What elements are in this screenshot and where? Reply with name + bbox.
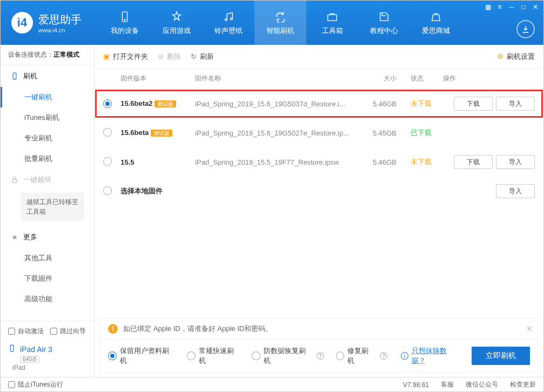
customer-service-link[interactable]: 客服 <box>441 380 454 389</box>
lock-icon <box>10 175 19 184</box>
appleid-warning-text: 如已绑定 Apple ID，请准备好 Apple ID和密码。 <box>123 324 272 334</box>
row-filename: iPad_Spring_2019_15.5_19F77_Restore.ipsw <box>195 158 349 166</box>
firmware-row[interactable]: 15.6beta测试版iPad_Spring_2019_15.6_19G5027… <box>95 118 543 147</box>
status-bar: 阻止iTunes运行 V7.98.61 客服 微信公众号 检查更新 <box>1 377 543 392</box>
sidebar-group-flash[interactable]: 刷机 <box>1 65 94 87</box>
nav-tab-6[interactable]: 爱思商城 <box>410 1 462 45</box>
jailbreak-moved-notice: 越狱工具已转移至工具箱 <box>21 193 84 221</box>
firmware-row[interactable]: 15.6beta2测试版iPad_Spring_2019_15.6_19G503… <box>95 89 543 118</box>
row-radio[interactable] <box>103 128 112 137</box>
flash-icon <box>10 72 19 80</box>
refresh-icon: ↻ <box>191 52 197 60</box>
beta-badge: 测试版 <box>155 100 176 107</box>
nav-tab-label: 我的设备 <box>111 26 139 36</box>
flash-mode-keepdata[interactable]: 保留用户资料刷机 <box>108 346 175 366</box>
delete-label: 删除 <box>167 52 181 62</box>
help-icon[interactable]: ? <box>380 352 387 360</box>
nav-tab-3[interactable]: 智能刷机 <box>254 1 306 45</box>
flash-settings-button[interactable]: ⚙刷机设置 <box>497 52 535 62</box>
firmware-row[interactable]: 选择本地固件导入 <box>95 177 543 206</box>
firmware-table: 15.6beta2测试版iPad_Spring_2019_15.6_19G503… <box>95 89 543 206</box>
sidebar-item[interactable]: 一键刷机 <box>1 87 94 107</box>
row-radio[interactable] <box>103 157 112 166</box>
wechat-link[interactable]: 微信公众号 <box>466 380 498 389</box>
nav-tab-1[interactable]: 应用游戏 <box>151 1 203 45</box>
col-status: 状态 <box>401 74 439 83</box>
download-button[interactable]: 下载 <box>454 155 493 169</box>
sidebar: 设备连接状态：正常模式 刷机 一键刷机iTunes刷机专业刷机批量刷机 一键越狱… <box>1 45 95 377</box>
start-flash-button[interactable]: 立即刷机 <box>472 347 530 365</box>
nav-tab-label: 教程中心 <box>370 26 398 36</box>
import-button[interactable]: 导入 <box>496 97 535 111</box>
window-grid-icon[interactable]: ▦ <box>483 3 493 11</box>
refresh-button[interactable]: ↻刷新 <box>191 52 214 62</box>
sidebar-group-more[interactable]: ≡ 更多 <box>1 226 94 248</box>
app-logo-icon: i4 <box>11 12 33 33</box>
nav-icon <box>220 10 237 24</box>
col-ops: 操作 <box>443 74 535 83</box>
open-folder-button[interactable]: ▣打开文件夹 <box>103 52 148 62</box>
window-close-icon[interactable]: ✕ <box>530 3 540 11</box>
sidebar-item[interactable]: 其他工具 <box>1 248 94 268</box>
block-itunes-checkbox[interactable]: 阻止iTunes运行 <box>8 380 63 389</box>
flash-mode-normal[interactable]: 常规快速刷机 <box>187 346 240 366</box>
import-button[interactable]: 导入 <box>496 184 535 198</box>
import-button[interactable]: 导入 <box>496 155 535 169</box>
flash-mode-antirecovery[interactable]: 防数据恢复刷机? <box>252 346 324 366</box>
row-radio[interactable] <box>103 186 112 195</box>
nav-icon <box>376 10 392 24</box>
nav-tab-label: 爱思商城 <box>422 26 450 36</box>
nav-icon <box>324 10 340 24</box>
download-manager-icon[interactable] <box>516 20 535 38</box>
flash-mode-repair[interactable]: 修复刷机? <box>336 346 387 366</box>
sidebar-item[interactable]: 批量刷机 <box>1 148 94 169</box>
row-radio[interactable] <box>103 99 112 108</box>
svg-point-6 <box>14 78 15 78</box>
row-version: 选择本地固件 <box>120 186 191 196</box>
start-flash-label: 立即刷机 <box>486 351 516 361</box>
delete-icon: ⊘ <box>158 52 164 60</box>
skip-guide-checkbox[interactable]: 跳过向导 <box>50 327 86 336</box>
row-ops: 下载导入 <box>443 97 535 111</box>
window-maximize-icon[interactable]: □ <box>519 3 528 11</box>
firmware-row[interactable]: 15.5iPad_Spring_2019_15.5_19F77_Restore.… <box>95 147 543 177</box>
nav-tab-2[interactable]: 铃声壁纸 <box>203 1 254 45</box>
flash-mode-keepdata-label: 保留用户资料刷机 <box>120 346 175 366</box>
svg-point-2 <box>225 19 227 21</box>
window-menu-icon[interactable]: ≡ <box>495 3 505 11</box>
skip-guide-label: 跳过向导 <box>60 327 86 336</box>
download-button[interactable]: 下载 <box>454 97 493 111</box>
nav-tab-4[interactable]: 工具箱 <box>306 1 358 45</box>
connection-status: 设备连接状态：正常模式 <box>1 45 94 65</box>
nav-tab-5[interactable]: 教程中心 <box>358 1 410 45</box>
toolbar: ▣打开文件夹 ⊘删除 ↻刷新 ⚙刷机设置 <box>95 45 543 69</box>
main-panel: ▣打开文件夹 ⊘删除 ↻刷新 ⚙刷机设置 固件版本 固件名称 大小 状态 操作 … <box>95 45 543 377</box>
connected-device[interactable]: iPad Air 3 <box>1 341 94 355</box>
app-url: www.i4.cn <box>38 27 82 33</box>
row-size: 5.45GB <box>353 129 397 137</box>
nav-tab-label: 应用游戏 <box>163 26 191 36</box>
nav-tab-0[interactable]: 我的设备 <box>99 1 151 45</box>
nav-tabs: 我的设备应用游戏铃声壁纸智能刷机工具箱教程中心爱思商城 <box>99 1 462 45</box>
close-info-icon[interactable]: × <box>526 323 532 335</box>
sidebar-item[interactable]: 专业刷机 <box>1 128 94 148</box>
erase-only-link[interactable]: 只想抹除数据？ <box>412 346 460 366</box>
sidebar-item[interactable]: iTunes刷机 <box>1 107 94 128</box>
svg-point-3 <box>231 18 233 20</box>
nav-icon <box>117 10 133 24</box>
row-version: 15.5 <box>120 158 191 166</box>
nav-icon <box>428 10 444 24</box>
sidebar-item[interactable]: 下载固件 <box>1 268 94 289</box>
gear-icon: ⚙ <box>497 52 503 60</box>
info-icon[interactable]: i <box>401 352 408 360</box>
delete-button[interactable]: ⊘删除 <box>158 52 181 62</box>
auto-activate-checkbox[interactable]: 自动激活 <box>8 327 44 336</box>
window-minimize-icon[interactable]: ─ <box>507 3 516 11</box>
sidebar-item[interactable]: 高级功能 <box>1 289 94 309</box>
row-ops: 下载导入 <box>443 155 535 169</box>
auto-activate-label: 自动激活 <box>18 327 44 336</box>
check-update-link[interactable]: 检查更新 <box>510 380 536 389</box>
row-ops: 导入 <box>443 184 535 198</box>
help-icon[interactable]: ? <box>317 352 324 360</box>
device-capacity-badge: 64GB <box>20 356 39 363</box>
